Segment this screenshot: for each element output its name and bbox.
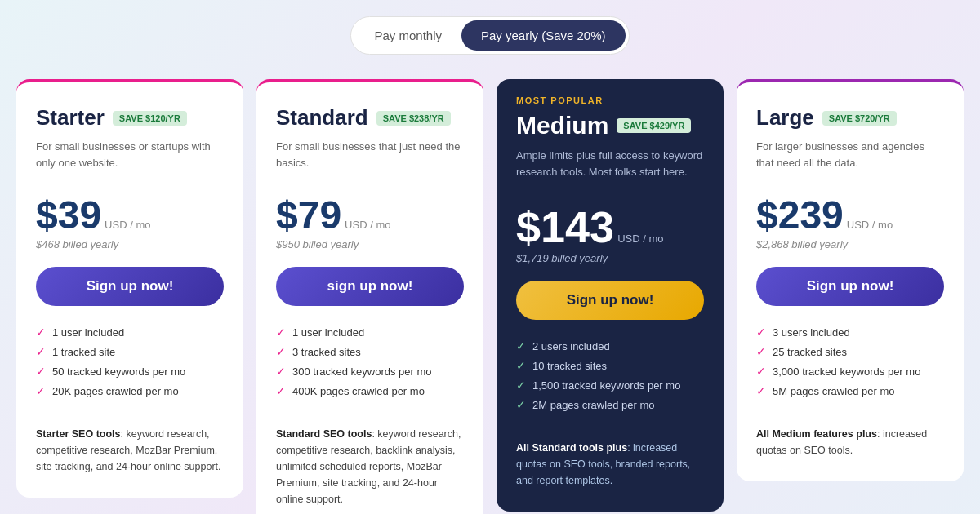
large-billed: $2,868 billed yearly — [756, 238, 944, 250]
check-icon: ✓ — [516, 339, 526, 352]
medium-price-unit: USD / mo — [617, 233, 663, 245]
check-icon: ✓ — [756, 345, 766, 358]
medium-divider — [516, 428, 704, 428]
starter-price: $39 — [36, 196, 101, 235]
medium-description: Ample limits plus full access to keyword… — [516, 148, 704, 188]
large-description: For larger businesses and agencies that … — [756, 139, 944, 179]
pricing-cards: Starter SAVE $120/YR For small businesse… — [16, 79, 964, 514]
pay-monthly-button[interactable]: Pay monthly — [354, 20, 461, 51]
medium-signup-button[interactable]: Sign up now! — [516, 281, 704, 320]
check-icon: ✓ — [276, 384, 286, 397]
standard-price-unit: USD / mo — [345, 219, 390, 231]
large-title: Large — [756, 105, 814, 131]
starter-divider — [36, 414, 224, 414]
standard-save-badge: SAVE $238/YR — [376, 111, 451, 126]
starter-save-badge: SAVE $120/YR — [113, 111, 187, 126]
medium-card: MOST POPULAR Medium SAVE $429/YR Ample l… — [497, 79, 724, 512]
medium-price-row: $143 USD / mo — [516, 205, 704, 249]
standard-header: Standard SAVE $238/YR — [276, 105, 464, 131]
medium-save-badge: SAVE $429/YR — [617, 118, 691, 133]
standard-price: $79 — [276, 196, 341, 235]
large-save-badge: SAVE $720/YR — [822, 111, 897, 126]
large-features-desc: All Medium features plus: increased quot… — [756, 426, 944, 459]
check-icon: ✓ — [276, 326, 286, 339]
list-item: ✓25 tracked sites — [756, 342, 944, 361]
starter-features: ✓1 user included ✓1 tracked site ✓50 tra… — [36, 322, 224, 401]
list-item: ✓50 tracked keywords per mo — [36, 361, 224, 381]
standard-billed: $950 billed yearly — [276, 238, 464, 250]
list-item: ✓300 tracked keywords per mo — [276, 361, 464, 381]
medium-features-desc: All Standard tools plus: increased quota… — [516, 440, 704, 489]
medium-features: ✓2 users included ✓10 tracked sites ✓1,5… — [516, 336, 704, 414]
check-icon: ✓ — [756, 365, 766, 378]
starter-price-row: $39 USD / mo — [36, 196, 224, 235]
starter-signup-button[interactable]: Sign up now! — [36, 267, 224, 306]
list-item: ✓3,000 tracked keywords per mo — [756, 361, 944, 381]
standard-price-row: $79 USD / mo — [276, 196, 464, 235]
large-header: Large SAVE $720/YR — [756, 105, 944, 131]
standard-features: ✓1 user included ✓3 tracked sites ✓300 t… — [276, 322, 464, 401]
list-item: ✓3 tracked sites — [276, 342, 464, 361]
large-price: $239 — [756, 196, 844, 235]
starter-card: Starter SAVE $120/YR For small businesse… — [16, 79, 243, 498]
list-item: ✓400K pages crawled per mo — [276, 381, 464, 401]
starter-header: Starter SAVE $120/YR — [36, 105, 224, 131]
medium-title: Medium — [516, 112, 608, 140]
starter-description: For small businesses or startups with on… — [36, 139, 224, 179]
check-icon: ✓ — [36, 365, 46, 378]
large-price-unit: USD / mo — [847, 219, 893, 231]
standard-divider — [276, 414, 464, 414]
check-icon: ✓ — [276, 345, 286, 358]
list-item: ✓1 tracked site — [36, 342, 224, 361]
standard-features-desc: Standard SEO tools: keyword research, co… — [276, 426, 464, 507]
starter-price-unit: USD / mo — [105, 219, 150, 231]
list-item: ✓1,500 tracked keywords per mo — [516, 375, 704, 395]
check-icon: ✓ — [276, 365, 286, 378]
medium-billed: $1,719 billed yearly — [516, 252, 704, 264]
standard-title: Standard — [276, 105, 368, 131]
check-icon: ✓ — [516, 398, 526, 411]
check-icon: ✓ — [516, 379, 526, 392]
starter-billed: $468 billed yearly — [36, 238, 224, 250]
list-item: ✓20K pages crawled per mo — [36, 381, 224, 401]
check-icon: ✓ — [756, 326, 766, 339]
medium-price: $143 — [516, 205, 614, 249]
standard-signup-button[interactable]: sign up now! — [276, 267, 464, 306]
large-card: Large SAVE $720/YR For larger businesses… — [737, 79, 964, 481]
check-icon: ✓ — [36, 384, 46, 397]
large-divider — [756, 414, 944, 414]
starter-features-desc: Starter SEO tools: keyword research, com… — [36, 426, 224, 475]
large-signup-button[interactable]: Sign up now! — [756, 267, 944, 306]
list-item: ✓1 user included — [276, 322, 464, 342]
large-features: ✓3 users included ✓25 tracked sites ✓3,0… — [756, 322, 944, 401]
medium-header: Medium SAVE $429/YR — [516, 112, 704, 140]
starter-title: Starter — [36, 105, 105, 131]
check-icon: ✓ — [36, 326, 46, 339]
standard-card: Standard SAVE $238/YR For small business… — [256, 79, 483, 514]
list-item: ✓5M pages crawled per mo — [756, 381, 944, 401]
standard-description: For small businesses that just need the … — [276, 139, 464, 179]
most-popular-label: MOST POPULAR — [516, 95, 704, 105]
check-icon: ✓ — [36, 345, 46, 358]
check-icon: ✓ — [756, 384, 766, 397]
list-item: ✓2M pages crawled per mo — [516, 395, 704, 414]
list-item: ✓1 user included — [36, 322, 224, 342]
large-price-row: $239 USD / mo — [756, 196, 944, 235]
list-item: ✓10 tracked sites — [516, 356, 704, 375]
billing-toggle: Pay monthly Pay yearly (Save 20%) — [350, 16, 629, 55]
list-item: ✓2 users included — [516, 336, 704, 356]
check-icon: ✓ — [516, 359, 526, 372]
pay-yearly-button[interactable]: Pay yearly (Save 20%) — [461, 20, 626, 51]
list-item: ✓3 users included — [756, 322, 944, 342]
